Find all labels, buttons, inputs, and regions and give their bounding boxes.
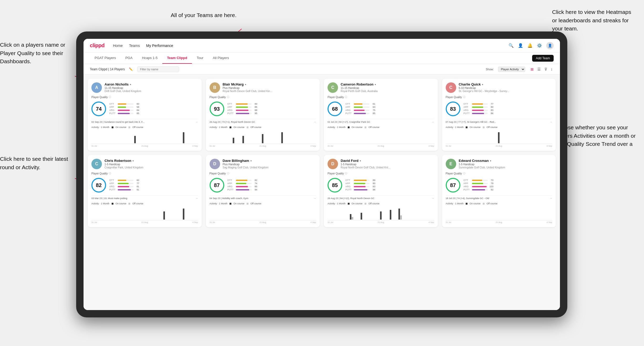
player-name[interactable]: Charlie Quick ●	[459, 82, 552, 86]
score-circle[interactable]: 83	[446, 102, 460, 116]
player-club: Royal North Devon Golf Club, United Kni.…	[341, 166, 434, 169]
filter-icon[interactable]: ⊽	[543, 67, 548, 72]
player-name[interactable]: Edward Crossman ●	[459, 159, 552, 163]
show-select[interactable]: Player Activity	[498, 67, 525, 72]
verified-icon: ●	[482, 83, 483, 86]
tab-pga[interactable]: PGA	[121, 52, 137, 64]
quality-content[interactable]: 87 OTT 73 APP 79 ARG 103 PUTT 92	[446, 178, 552, 193]
activity-label: Activity · 1 Month	[210, 202, 228, 205]
grid-view-icon[interactable]: ⊞	[529, 67, 535, 72]
score-circle[interactable]: 74	[91, 102, 106, 116]
player-name[interactable]: Dave Billingham ●	[223, 159, 316, 163]
player-card[interactable]: B Blair McHarg ● Plus Handicap Royal Nor…	[206, 79, 320, 151]
stat-val-putt: 91	[134, 188, 139, 191]
player-card[interactable]: D David Ford ● 1-5 Handicap Royal North …	[324, 155, 438, 227]
latest-round[interactable]: 03 Mar 23 | 19, Must make putting →	[91, 195, 198, 200]
player-card[interactable]: E Edward Crossman ● 1-5 Handicap Sunning…	[442, 155, 556, 227]
player-name[interactable]: Chris Robertson ●	[105, 159, 198, 163]
player-card[interactable]: D Dave Billingham ● Plus Handicap Sag Ma…	[206, 155, 320, 227]
latest-round[interactable]: 04 Sep 23 | Mobility with coach, Gym →	[210, 195, 316, 200]
chart-dates: 31 Jul 21 Aug 4 Sep	[328, 145, 434, 147]
score-circle[interactable]: 93	[210, 102, 224, 116]
score-circle[interactable]: 82	[91, 178, 106, 193]
avatar-icon[interactable]: 👤	[546, 42, 554, 49]
player-name[interactable]: Cameron Robertson ●	[341, 82, 434, 86]
nav-home[interactable]: Home	[113, 44, 123, 48]
nav-teams[interactable]: Teams	[129, 44, 140, 48]
settings-icon[interactable]: ⚙️	[537, 43, 542, 48]
chart-bar-on	[163, 211, 165, 220]
chart-date-start: 31 Jul	[328, 145, 333, 147]
sort-icon[interactable]: ↕	[550, 67, 554, 72]
tab-pgat-players[interactable]: PGAT Players	[90, 52, 121, 64]
list-view-icon[interactable]: ☰	[536, 67, 542, 72]
latest-round[interactable]: 07 Aug 23 | 77 (+7), St George's Hill GC…	[446, 119, 552, 123]
chart-dates: 31 Jul 21 Aug 4 Sep	[328, 221, 434, 223]
stat-label-putt: PUTT	[345, 112, 353, 115]
off-course-dot	[128, 203, 130, 205]
latest-round[interactable]: 26 Aug 23 | 84 (+12), Royal North Devon …	[328, 195, 434, 200]
latest-round[interactable]: 26 Aug 23 | 73 (+1), Royal North Devon G…	[210, 119, 316, 123]
chart-date-start: 31 Jul	[446, 145, 451, 147]
stat-bar-ott	[354, 180, 367, 181]
quality-content[interactable]: 85 OTT 89 APP 80 ARG 83 PUTT 96	[328, 178, 434, 193]
quality-content[interactable]: 87 OTT 82 APP 74 ARG 85 PUTT 94	[210, 178, 316, 193]
player-card[interactable]: C Cameron Robertson ● 11-15 Handicap Roy…	[324, 79, 438, 151]
stat-val-ott: 77	[489, 103, 494, 105]
chart-date-end: 4 Sep	[193, 221, 198, 223]
player-name[interactable]: Blair McHarg ●	[223, 82, 316, 86]
stat-label-ott: OTT	[109, 179, 117, 182]
on-course-label: On course	[233, 126, 245, 129]
search-icon[interactable]: 🔍	[508, 43, 514, 48]
player-name[interactable]: David Ford ●	[341, 159, 434, 163]
score-circle[interactable]: 85	[328, 178, 342, 193]
stats-list: OTT 89 APP 80 ARG 83 PUTT 96	[345, 179, 434, 191]
bell-icon[interactable]: 🔔	[527, 43, 533, 48]
stat-label-ott: OTT	[464, 103, 471, 105]
latest-round[interactable]: 18 Jul 23 | 74 (+4), Sunningdale GC - Ol…	[446, 195, 552, 200]
stat-label-putt: PUTT	[109, 112, 117, 115]
player-card[interactable]: A Aaron Nicholls ● 11-15 Handicap Drift …	[88, 79, 202, 151]
search-input[interactable]	[137, 66, 179, 72]
tab-tour[interactable]: Tour	[192, 52, 208, 64]
player-handicap: 6-10 Handicap	[459, 87, 552, 89]
quality-content[interactable]: 83 OTT 77 APP 80 ARG 83 PUTT 86	[446, 102, 552, 116]
player-info: David Ford ● 1-5 Handicap Royal North De…	[341, 159, 434, 169]
stat-val-app: 85	[253, 106, 257, 108]
person-icon[interactable]: 👤	[518, 43, 523, 48]
activity-label: Activity · 1 Month	[91, 202, 110, 205]
player-club: Drift Golf Club, United Kingdom	[105, 90, 198, 93]
latest-round[interactable]: 02 Jul 23 | 59 (+17), Craigmillar Park G…	[328, 119, 434, 123]
stat-bar-ott	[118, 103, 126, 105]
chart-bar-on	[233, 138, 234, 143]
quality-content[interactable]: 74 OTT 60 APP 58 ARG 84 PUTT 85	[91, 102, 198, 116]
stat-row-putt: PUTT 91	[109, 188, 198, 191]
score-circle[interactable]: 87	[210, 178, 224, 193]
stat-val-app: 58	[134, 106, 139, 108]
tab-all-players[interactable]: All Players	[208, 52, 233, 64]
latest-round[interactable]: 02 Sep 23 | Sundance round to get back i…	[91, 119, 198, 123]
add-team-button[interactable]: Add Team	[532, 55, 554, 62]
score-circle[interactable]: 87	[446, 178, 460, 193]
activity-header: Activity · 1 Month On course Off course	[210, 126, 316, 129]
quality-content[interactable]: 82 OTT 60 APP 77 ARG 81 PUTT 91	[91, 178, 198, 193]
player-name[interactable]: Aaron Nicholls ●	[105, 82, 198, 86]
chart-area	[210, 206, 316, 220]
chart-date-mid: 21 Aug	[142, 221, 148, 223]
player-info: Charlie Quick ● 6-10 Handicap St. George…	[459, 82, 552, 93]
stat-bar-bg-ott	[118, 180, 133, 181]
player-card[interactable]: C Chris Robertson ● 1-5 Handicap Craigmi…	[88, 155, 202, 227]
nav-my-performance[interactable]: My Performance	[146, 44, 173, 48]
card-header: D Dave Billingham ● Plus Handicap Sag Ma…	[210, 159, 316, 169]
edit-icon[interactable]: ✏️	[129, 67, 133, 71]
score-circle[interactable]: 68	[328, 102, 342, 116]
player-handicap: 11-15 Handicap	[341, 87, 434, 89]
quality-content[interactable]: 68 OTT 61 APP 63 ARG 75 PUTT 85	[328, 102, 434, 116]
tab-team-clippd[interactable]: Team Clippd	[162, 52, 192, 64]
player-card[interactable]: C Charlie Quick ● 6-10 Handicap St. Geor…	[442, 79, 556, 151]
annotation-heatmaps: Click here to view the Heatmaps or leade…	[552, 8, 636, 33]
stat-bar-bg-ott	[472, 103, 488, 105]
verified-icon: ●	[132, 159, 134, 162]
quality-content[interactable]: 93 OTT 84 APP 85 ARG 88 PUTT 95	[210, 102, 316, 116]
tab-hcaps[interactable]: Hcaps 1-5	[137, 52, 162, 64]
